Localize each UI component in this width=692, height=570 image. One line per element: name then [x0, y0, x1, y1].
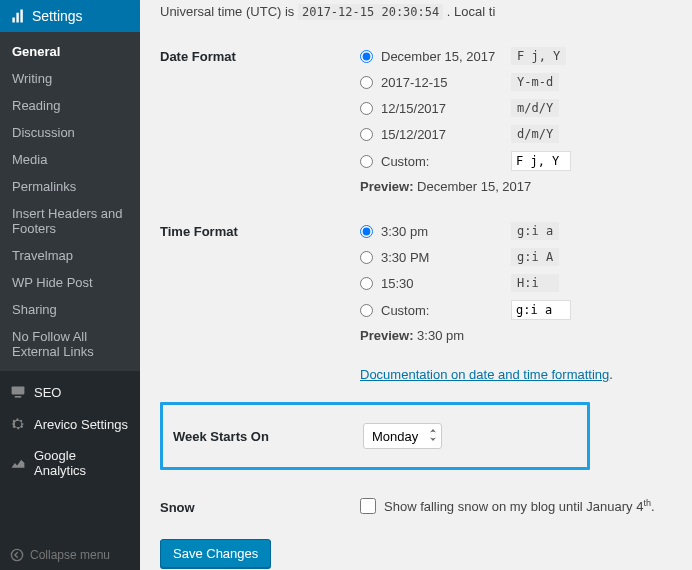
- radio[interactable]: [360, 76, 373, 89]
- time-opt-1[interactable]: 3:30 pmg:i a: [360, 222, 672, 240]
- utc-line: Universal time (UTC) is 2017-12-15 20:30…: [160, 4, 672, 19]
- radio[interactable]: [360, 155, 373, 168]
- submenu-reading[interactable]: Reading: [0, 92, 140, 119]
- submenu-sharing[interactable]: Sharing: [0, 296, 140, 323]
- sidebar-item-arevico[interactable]: Arevico Settings: [0, 408, 140, 440]
- time-preview: Preview: 3:30 pm: [360, 328, 672, 343]
- submenu-media[interactable]: Media: [0, 146, 140, 173]
- opt-label: 2017-12-15: [381, 75, 511, 90]
- submenu-permalinks[interactable]: Permalinks: [0, 173, 140, 200]
- preview-value: 3:30 pm: [417, 328, 464, 343]
- time-custom-input[interactable]: [511, 300, 571, 320]
- submenu-insert-headers[interactable]: Insert Headers and Footers: [0, 200, 140, 242]
- sidebar-item-label: Google Analytics: [34, 448, 130, 478]
- week-select[interactable]: Monday: [363, 423, 442, 449]
- snow-label: Snow: [160, 498, 360, 515]
- collapse-label: Collapse menu: [30, 548, 110, 562]
- period: .: [609, 367, 613, 382]
- radio[interactable]: [360, 304, 373, 317]
- submenu-wp-hide-post[interactable]: WP Hide Post: [0, 269, 140, 296]
- date-opt-custom[interactable]: Custom:: [360, 151, 672, 171]
- save-changes-button[interactable]: Save Changes: [160, 539, 271, 568]
- opt-code: H:i: [511, 274, 559, 292]
- radio[interactable]: [360, 102, 373, 115]
- radio[interactable]: [360, 225, 373, 238]
- main-content: Universal time (UTC) is 2017-12-15 20:30…: [140, 0, 692, 570]
- doc-link[interactable]: Documentation on date and time formattin…: [360, 367, 609, 382]
- collapse-menu[interactable]: Collapse menu: [0, 540, 140, 570]
- date-format-field: December 15, 2017F j, Y 2017-12-15Y-m-d …: [360, 47, 672, 194]
- doc-link-row: Documentation on date and time formattin…: [360, 367, 672, 382]
- submenu-travelmap[interactable]: Travelmap: [0, 242, 140, 269]
- submenu-discussion[interactable]: Discussion: [0, 119, 140, 146]
- opt-label: 3:30 pm: [381, 224, 511, 239]
- radio[interactable]: [360, 50, 373, 63]
- date-format-label: Date Format: [160, 47, 360, 64]
- preview-value: December 15, 2017: [417, 179, 531, 194]
- svg-rect-0: [12, 386, 25, 394]
- snow-row: Snow Show falling snow on my blog until …: [160, 498, 672, 515]
- time-opt-custom[interactable]: Custom:: [360, 300, 672, 320]
- date-preview: Preview: December 15, 2017: [360, 179, 672, 194]
- week-starts-row: Week Starts On Monday: [160, 402, 590, 470]
- admin-sidebar: Settings General Writing Reading Discuss…: [0, 0, 140, 570]
- opt-code: g:i a: [511, 222, 559, 240]
- radio[interactable]: [360, 251, 373, 264]
- snow-field: Show falling snow on my blog until Janua…: [360, 498, 672, 514]
- time-opt-3[interactable]: 15:30H:i: [360, 274, 672, 292]
- snow-text: Show falling snow on my blog until Janua…: [384, 498, 655, 514]
- opt-code: Y-m-d: [511, 73, 559, 91]
- sidebar-item-analytics[interactable]: Google Analytics: [0, 440, 140, 486]
- opt-code: m/d/Y: [511, 99, 559, 117]
- settings-icon: [10, 8, 26, 24]
- opt-label: December 15, 2017: [381, 49, 511, 64]
- submenu-no-follow[interactable]: No Follow All External Links: [0, 323, 140, 365]
- preview-label: Preview:: [360, 179, 413, 194]
- utc-abbr: UTC: [250, 4, 277, 19]
- opt-label: 3:30 PM: [381, 250, 511, 265]
- time-format-field: 3:30 pmg:i a 3:30 PMg:i A 15:30H:i Custo…: [360, 222, 672, 382]
- snow-checkbox[interactable]: [360, 498, 376, 514]
- opt-code: d/m/Y: [511, 125, 559, 143]
- preview-label: Preview:: [360, 328, 413, 343]
- date-opt-1[interactable]: December 15, 2017F j, Y: [360, 47, 672, 65]
- gear-icon: [10, 416, 26, 432]
- collapse-icon: [10, 548, 24, 562]
- snow-text-a: Show falling snow on my blog until Janua…: [384, 499, 643, 514]
- date-opt-3[interactable]: 12/15/2017m/d/Y: [360, 99, 672, 117]
- date-format-row: Date Format December 15, 2017F j, Y 2017…: [160, 47, 672, 194]
- chart-icon: [10, 455, 26, 471]
- sidebar-item-label: Arevico Settings: [34, 417, 128, 432]
- date-opt-2[interactable]: 2017-12-15Y-m-d: [360, 73, 672, 91]
- radio[interactable]: [360, 277, 373, 290]
- sidebar-item-seo[interactable]: SEO: [0, 376, 140, 408]
- opt-label: 15/12/2017: [381, 127, 511, 142]
- svg-point-2: [11, 549, 22, 560]
- time-opt-2[interactable]: 3:30 PMg:i A: [360, 248, 672, 266]
- opt-label: 15:30: [381, 276, 511, 291]
- submenu-general[interactable]: General: [0, 38, 140, 65]
- snow-text-end: .: [651, 499, 655, 514]
- utc-value: 2017-12-15 20:30:54: [298, 4, 443, 20]
- custom-label: Custom:: [381, 154, 511, 169]
- seo-icon: [10, 384, 26, 400]
- sidebar-header-label: Settings: [32, 8, 83, 24]
- week-select-wrap: Monday: [363, 423, 442, 449]
- utc-mid: ) is: [277, 4, 298, 19]
- date-opt-4[interactable]: 15/12/2017d/m/Y: [360, 125, 672, 143]
- custom-label: Custom:: [381, 303, 511, 318]
- time-format-row: Time Format 3:30 pmg:i a 3:30 PMg:i A 15…: [160, 222, 672, 382]
- submenu-writing[interactable]: Writing: [0, 65, 140, 92]
- opt-code: F j, Y: [511, 47, 566, 65]
- sidebar-submenu: General Writing Reading Discussion Media…: [0, 32, 140, 371]
- date-custom-input[interactable]: [511, 151, 571, 171]
- sidebar-item-label: SEO: [34, 385, 61, 400]
- radio[interactable]: [360, 128, 373, 141]
- utc-suffix: . Local ti: [443, 4, 495, 19]
- opt-label: 12/15/2017: [381, 101, 511, 116]
- time-format-label: Time Format: [160, 222, 360, 239]
- week-label: Week Starts On: [173, 429, 363, 444]
- sidebar-header-settings[interactable]: Settings: [0, 0, 140, 32]
- utc-prefix: Universal time (: [160, 4, 250, 19]
- snow-sup: th: [643, 498, 651, 508]
